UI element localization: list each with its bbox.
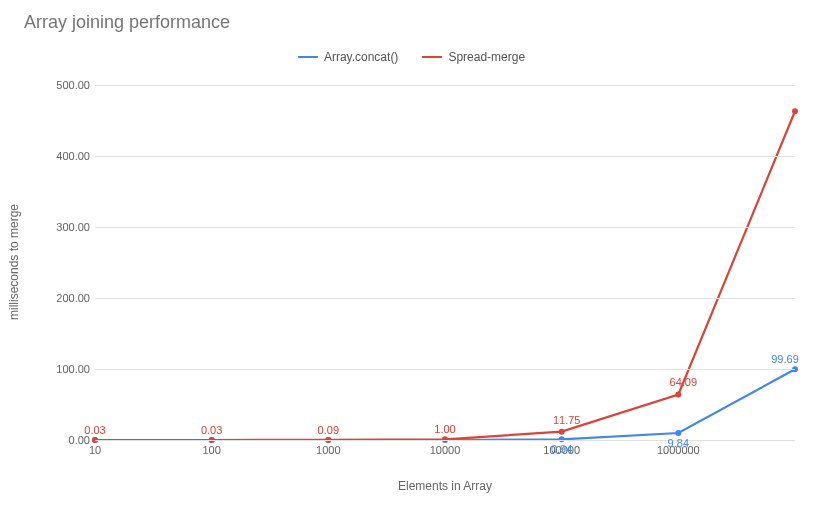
y-axis-label: milliseconds to merge (7, 204, 21, 320)
x-tick-label: 100 (202, 444, 220, 456)
legend-item-spread: Spread-merge (422, 50, 525, 64)
y-tick-label: 400.00 (40, 150, 90, 162)
gridline (95, 298, 795, 299)
legend-label-concat: Array.concat() (324, 50, 398, 64)
gridline (95, 85, 795, 86)
x-tick-label: 1000 (316, 444, 340, 456)
plot-area: 0.00100.00200.00300.00400.00500.00101001… (95, 85, 795, 440)
y-tick-label: 200.00 (40, 292, 90, 304)
y-tick-label: 300.00 (40, 221, 90, 233)
gridline (95, 156, 795, 157)
data-label: 0.09 (318, 424, 339, 436)
chart-title: Array joining performance (24, 12, 230, 33)
legend: Array.concat() Spread-merge (0, 50, 823, 64)
data-label: 0.94 (551, 443, 572, 455)
x-tick-label: 10 (89, 444, 101, 456)
data-label: 0.03 (201, 424, 222, 436)
gridline (95, 227, 795, 228)
data-label: 1.00 (434, 423, 455, 435)
data-point (675, 430, 681, 436)
y-tick-label: 100.00 (40, 363, 90, 375)
legend-swatch-spread (422, 56, 442, 59)
legend-item-concat: Array.concat() (298, 50, 398, 64)
data-label: 11.75 (553, 414, 581, 426)
data-point (792, 108, 798, 114)
legend-label-spread: Spread-merge (448, 50, 525, 64)
series-line (95, 111, 795, 440)
data-label: 64.09 (670, 376, 698, 388)
data-point (675, 391, 681, 397)
data-label: 99.69 (771, 353, 799, 365)
y-tick-label: 0.00 (40, 434, 90, 446)
data-label: 0.03 (84, 424, 105, 436)
gridline (95, 369, 795, 370)
x-axis-label: Elements in Array (398, 479, 492, 493)
x-tick-label: 10000 (430, 444, 461, 456)
data-label: 9.84 (668, 437, 689, 449)
legend-swatch-concat (298, 56, 318, 59)
y-tick-label: 500.00 (40, 79, 90, 91)
gridline (95, 440, 795, 441)
chart-container: Array joining performance Array.concat()… (0, 0, 823, 509)
data-point (559, 429, 565, 435)
